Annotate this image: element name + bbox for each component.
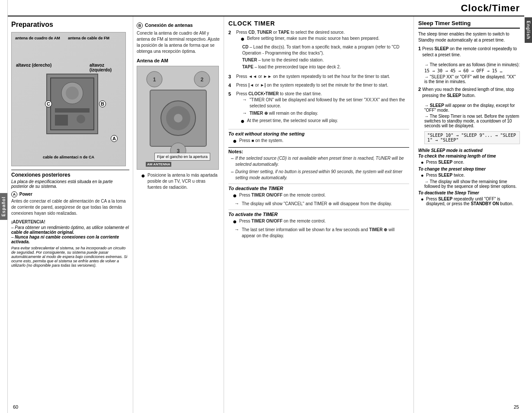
- antenna-section: B Conexión de antenas Conecte la antena …: [133, 16, 224, 413]
- svg-text:1: 1: [153, 77, 156, 83]
- sleep-step-2: 2 When you reach the desired length of t…: [418, 87, 520, 101]
- step-2-text: Press CD, TUNER or TAPE to select the de…: [236, 30, 345, 35]
- arrow-icon-2: →: [242, 110, 248, 116]
- note-1-text: If the selected source (CD) is not avail…: [235, 155, 409, 168]
- sleep-timer-section: Sleep Timer Setting The sleep timer enab…: [414, 16, 524, 413]
- am-antenna-diagram: 1 2 3 Fijar: [137, 66, 219, 170]
- step-5-text: Press CLOCK•TIMER to store the start tim…: [236, 91, 322, 96]
- svg-point-14: [174, 114, 183, 123]
- main-content: Clock/Timer Preparativos antena de cuadr…: [8, 0, 524, 413]
- dash-1: –: [231, 155, 235, 168]
- cable-label: cable de alimentaci n de CA: [43, 155, 94, 159]
- cd-text: CD – Load the disc(s). To start from a s…: [236, 44, 409, 56]
- sleep-s1-arrow-1: → The selections are as follows (time in…: [418, 62, 520, 67]
- english-tab: English: [525, 17, 532, 43]
- label-a: A: [111, 135, 118, 142]
- check-bullet-icon: ●: [421, 160, 426, 165]
- activate-arrow-icon: →: [234, 227, 240, 232]
- activate-timer-text: Press TIMER ON/OFF on the remote control…: [239, 218, 326, 224]
- check-time-text: Press SLEEP once.: [426, 160, 464, 165]
- page-num-left: 60: [13, 404, 18, 410]
- step-5: 5 Press CLOCK•TIMER to store the start t…: [228, 91, 409, 126]
- sleep-s2-arrow-2: → The Sleep Timer is now set. Before the…: [418, 114, 520, 128]
- note-1: – If the selected source (CD) is not ava…: [228, 155, 409, 168]
- deactivate-timer-arrow: → The display will show "CANCEL" and TIM…: [228, 201, 409, 207]
- conn-ant-header: B Conexión de antenas: [137, 23, 220, 29]
- conexiones-section: Conexiones posteriores La placa de espec…: [11, 170, 129, 268]
- deactivate-sleep-text: Press SLEEP repeatedly until "OFF" is di…: [426, 197, 520, 206]
- change-bullet: ● Press SLEEP twice.: [418, 173, 520, 178]
- step-2-b1-text: Before setting timer, make sure the musi…: [247, 35, 379, 42]
- bullet-icon-2: ●: [240, 118, 246, 125]
- activate-timer-arrow: → The last set timer information will be…: [228, 227, 409, 239]
- step-5-arrow-1: → "TIMER ON" will be displayed and follo…: [236, 97, 409, 109]
- svg-text:2: 2: [201, 77, 204, 83]
- activate-timer-arrow-text: The last set timer information will be s…: [242, 227, 409, 239]
- step-5-a2-text: TIMER ⊕ will remain on the display.: [250, 110, 318, 116]
- bullet-icon-1: ●: [240, 35, 246, 42]
- exit-text: Press ■ on the system.: [239, 138, 283, 144]
- preparativos-title: Preparativos: [11, 21, 129, 29]
- clock-timer-section: CLOCK TIMER 2 Press CD, TUNER or TAPE to…: [224, 16, 414, 413]
- system-unit-diagram: B C: [46, 74, 98, 134]
- label-c: C: [45, 100, 52, 107]
- step-4-text: Press |◄ or ►| on the system repeatedly …: [236, 82, 388, 88]
- step-5-bullet: ● At the preset time, the selected sourc…: [236, 118, 409, 125]
- deactivate-bullet-icon: ●: [233, 192, 238, 199]
- step-2-num: 2: [228, 30, 234, 35]
- power-text: Antes de conectar el cable de alimentaci…: [11, 198, 129, 216]
- page-header: Clock/Timer: [8, 0, 524, 16]
- deactivate-timer-text: Press TIMER ON/OFF on the remote control…: [239, 192, 326, 198]
- activate-timer-bullet: ● Press TIMER ON/OFF on the remote contr…: [228, 218, 409, 225]
- power-badge: A: [11, 191, 17, 197]
- sleep-step-1-text: Press SLEEP on the remote control repeat…: [422, 46, 520, 58]
- dash-2: –: [231, 169, 235, 181]
- change-arrow: → The display will show the remaining ti…: [418, 179, 520, 189]
- position-text: Posicione la antena lo más apartada posi…: [147, 172, 220, 190]
- page-title: Clock/Timer: [461, 3, 520, 14]
- step-3: 3 Press ◄◄ or ►► on the system repeatedl…: [228, 74, 409, 80]
- conexiones-subtitle: La placa de especificaciones está situad…: [11, 179, 129, 189]
- deactivate-timer-heading: To deactivate the TIMER: [228, 184, 409, 191]
- notes-section: Notes: – If the selected source (CD) is …: [228, 147, 409, 181]
- clock-timer-heading: CLOCK TIMER: [228, 20, 409, 27]
- sleep-s1-arrow-3: → "SLEEP XX" or "OFF" will be displayed.…: [418, 74, 520, 84]
- power-title: A Power: [11, 191, 129, 197]
- note-2: – During timer setting, if no button is …: [228, 169, 409, 181]
- svg-point-2: [66, 87, 79, 100]
- lang-sidebar: Español: [0, 0, 8, 413]
- sleep-intro: The sleep timer enables the system to sw…: [418, 31, 520, 43]
- page-num-right: 25: [514, 404, 519, 410]
- position-text-item: ● Posicione la antena lo más apartada po…: [137, 172, 220, 190]
- speaker-right-label: altavoz (derecho): [16, 63, 51, 68]
- deactivate-sleep-bullet: ● Press SLEEP repeatedly until "OFF" is …: [418, 197, 520, 206]
- am-antenna-inner: 1 2 3 Fijar: [137, 66, 218, 169]
- activate-timer-heading: To activate the TIMER: [228, 210, 409, 217]
- sleep-step-2-text: When you reach the desired length of tim…: [422, 87, 520, 99]
- sleep-s2-arrow-1: → SLEEP will appear on the display, exce…: [418, 103, 520, 113]
- deactivate-arrow-icon: →: [234, 201, 240, 206]
- warning-line-1: – Para obtener un rendimiento óptimo, as…: [11, 225, 129, 235]
- bullet-icon: ●: [141, 172, 146, 179]
- arrow-icon-1: →: [242, 97, 248, 102]
- change-bullet-text: Press SLEEP twice.: [426, 173, 465, 177]
- step-2-bullet-1: ● Before setting timer, make sure the mu…: [236, 35, 409, 42]
- step-4-num: 4: [228, 83, 234, 88]
- sleep-step-2-num: 2: [418, 87, 421, 92]
- antenna-fm-label: antena de cable de FM: [68, 36, 109, 40]
- system-diagram: antena de cuadro de AM antena de cable d…: [11, 32, 126, 166]
- step-5-content: Press CLOCK•TIMER to store the start tim…: [236, 91, 409, 126]
- svg-rect-4: [55, 115, 68, 126]
- svg-rect-3: [55, 108, 90, 113]
- conexiones-title: Conexiones posteriores: [11, 170, 129, 178]
- change-heading: To change the preset sleep timer: [418, 167, 520, 171]
- am-antenna-label: AM ANTENNA: [146, 162, 171, 167]
- step-3-num: 3: [228, 74, 234, 79]
- while-sleep-heading: While SLEEP mode is activated: [418, 148, 520, 153]
- antenna-am-label: antena de cuadro de AM: [15, 36, 60, 40]
- warning-title: ¡ADVERTENCIA!: [11, 219, 129, 225]
- sleep-step-1-num: 1: [418, 46, 421, 51]
- deactivate-timer-bullet: ● Press TIMER ON/OFF on the remote contr…: [228, 192, 409, 199]
- step-4: 4 Press |◄ or ►| on the system repeatedl…: [228, 82, 409, 88]
- step-2: 2 Press CD, TUNER or TAPE to select the …: [228, 29, 409, 71]
